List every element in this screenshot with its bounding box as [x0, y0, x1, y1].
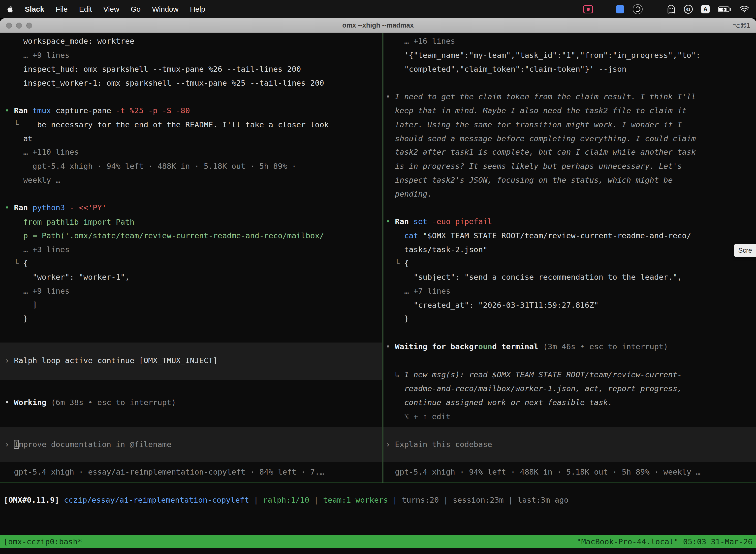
close-button[interactable]: [6, 22, 12, 29]
text-segment: |: [504, 495, 518, 504]
omx-branch: cczip/essay/ai-reimplementation-copyleft: [64, 495, 249, 504]
screenshot-notification[interactable]: Scre: [734, 244, 756, 257]
turns-counter: turns:20: [402, 495, 439, 504]
omx-status-line-text: [OMX#0.11.9] cczip/essay/ai-reimplementa…: [4, 493, 568, 507]
ghost-icon[interactable]: [667, 4, 675, 14]
ralph-counter: ralph:1/10: [263, 495, 309, 504]
text-segment: |: [388, 495, 402, 504]
text-segment: |: [439, 495, 453, 504]
circle-app-icon[interactable]: [633, 4, 643, 14]
text-segment: |: [249, 495, 263, 504]
tmux-session-window: [omx-cczip0:bash*: [3, 535, 82, 548]
window-shortcut-hint: ⌥⌘1: [733, 22, 751, 29]
tmux-host-time: "MacBook-Pro-44.local" 05:03 31-Mar-26: [577, 535, 753, 548]
window-title-bar[interactable]: omx --xhigh --madmax ⌥⌘1: [0, 18, 756, 33]
zoom-button[interactable]: [26, 22, 32, 29]
omx-status-line: [OMX#0.11.9] cczip/essay/ai-reimplementa…: [0, 33, 756, 554]
window-title: omx --xhigh --madmax: [342, 21, 414, 29]
menu-item-help[interactable]: Help: [190, 5, 205, 13]
battery-gauge-value: 61: [686, 7, 691, 11]
menu-item-file[interactable]: File: [56, 5, 67, 13]
charging-bolt-icon: [722, 7, 725, 12]
app-menu-slack[interactable]: Slack: [25, 5, 44, 13]
apple-icon: [7, 5, 13, 13]
input-source-letter: A: [703, 6, 708, 13]
screen: { "menu_bar": { "app_name": "Slack", "it…: [0, 0, 756, 554]
menu-bar: Slack File Edit View Go Window Help 61 A: [0, 0, 756, 18]
blue-app-icon[interactable]: [616, 5, 624, 13]
wifi-icon[interactable]: [740, 6, 749, 13]
session-duration: session:23m: [453, 495, 504, 504]
traffic-lights: [6, 18, 32, 33]
omx-version: [OMX#0.11.9]: [4, 495, 59, 504]
last-activity: last:3m ago: [518, 495, 568, 504]
menu-item-view[interactable]: View: [103, 5, 119, 13]
text-segment: |: [309, 495, 323, 504]
apple-menu[interactable]: [7, 5, 13, 13]
text-segment: [59, 495, 64, 504]
menu-bar-status-icons: 61 A: [583, 4, 749, 14]
menu-item-edit[interactable]: Edit: [79, 5, 92, 13]
input-source-icon[interactable]: A: [701, 5, 710, 13]
battery-gauge-icon[interactable]: 61: [684, 5, 693, 14]
tmux-status-bar: [omx-cczip0:bash* "MacBook-Pro-44.local"…: [0, 535, 756, 548]
minimize-button[interactable]: [16, 22, 22, 29]
menu-item-window[interactable]: Window: [152, 5, 179, 13]
menu-bar-left: Slack File Edit View Go Window Help: [7, 5, 205, 13]
screen-recording-indicator-icon[interactable]: [583, 5, 593, 13]
battery-icon[interactable]: [718, 6, 731, 12]
terminal: workspace_mode: worktree … +9 lines insp…: [0, 33, 756, 554]
menu-item-go[interactable]: Go: [131, 5, 141, 13]
team-counter: team:1 workers: [323, 495, 388, 504]
record-dot-icon: [587, 8, 589, 11]
